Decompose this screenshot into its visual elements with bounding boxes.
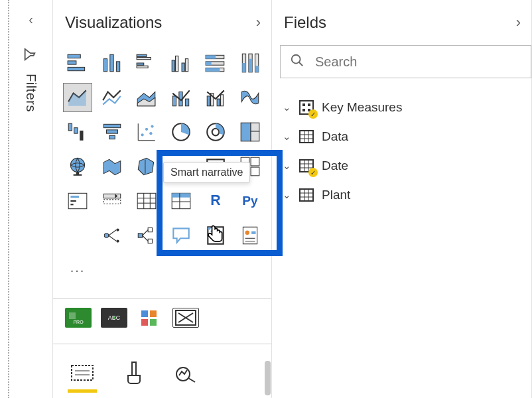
viz-combo2-icon[interactable] — [202, 84, 230, 111]
field-label: Key Measures — [322, 100, 402, 115]
svg-point-83 — [104, 233, 108, 237]
svg-rect-11 — [176, 56, 178, 71]
viz-python-icon[interactable]: Py — [236, 187, 264, 215]
crossed-visual-chip[interactable] — [172, 308, 199, 328]
viz-stacked-bar-h-icon[interactable] — [64, 49, 92, 77]
analytics-tab[interactable] — [171, 358, 200, 387]
field-key-measures[interactable]: ⌄ ✓ Key Measures — [280, 93, 525, 122]
viz-ribbon-icon[interactable] — [236, 84, 264, 111]
svg-rect-126 — [308, 103, 310, 106]
visualizations-title: Visualizations — [65, 13, 162, 32]
svg-rect-51 — [241, 123, 251, 141]
svg-rect-35 — [220, 95, 223, 106]
svg-point-99 — [245, 231, 249, 235]
viz-matrix-icon[interactable] — [167, 187, 195, 215]
fields-pane: Fields › ⌄ ✓ Key Measures ⌄ Data ⌄ ✓ Dat… — [272, 0, 532, 398]
selected-badge-icon: ✓ — [308, 168, 318, 177]
viz-qna-icon[interactable] — [167, 222, 195, 249]
viz-slicer-icon[interactable] — [98, 187, 126, 215]
svg-line-90 — [143, 235, 149, 241]
pro-visual-chip[interactable]: PRO — [65, 308, 92, 328]
filters-funnel-icon[interactable] — [23, 47, 40, 62]
viz-key-influencers-icon[interactable] — [98, 222, 126, 249]
svg-rect-72 — [137, 193, 156, 208]
svg-rect-17 — [206, 62, 212, 65]
viz-smart-narrative-icon[interactable] — [202, 222, 230, 249]
svg-rect-13 — [185, 59, 188, 72]
svg-rect-21 — [242, 63, 245, 72]
svg-rect-91 — [148, 228, 152, 232]
svg-rect-15 — [206, 55, 216, 58]
viz-area-icon[interactable] — [64, 84, 92, 111]
filters-collapse-chevron-icon[interactable]: ‹ — [29, 12, 33, 27]
viz-r-icon[interactable]: R — [202, 187, 230, 215]
viz-kpi-icon[interactable] — [64, 187, 92, 215]
filters-label[interactable]: Filters — [23, 74, 38, 112]
svg-rect-119 — [132, 362, 136, 375]
viz-paginated-icon[interactable] — [236, 222, 264, 249]
svg-line-89 — [143, 230, 149, 236]
svg-rect-31 — [185, 99, 188, 106]
viz-waterfall-icon[interactable] — [64, 118, 92, 146]
viz-combo1-icon[interactable] — [167, 84, 195, 111]
svg-rect-41 — [109, 135, 115, 139]
viz-map-globe-icon[interactable] — [64, 153, 92, 180]
svg-rect-5 — [116, 62, 119, 72]
viz-clustered-bar-v-icon[interactable] — [167, 49, 195, 77]
viz-scatter-icon[interactable] — [133, 118, 161, 146]
svg-point-97 — [208, 227, 210, 230]
viz-more-button[interactable]: ··· — [64, 256, 92, 284]
field-date[interactable]: ⌄ ✓ Date — [280, 151, 525, 180]
visualizations-pane: Visualizations › 123 — [53, 0, 272, 398]
chevron-down-icon: ⌄ — [283, 160, 291, 172]
svg-rect-0 — [68, 54, 80, 58]
abc-visual-chip[interactable]: ABC — [101, 308, 127, 328]
viz-treemap-icon[interactable] — [236, 118, 264, 146]
svg-rect-2 — [68, 67, 85, 70]
filters-rail: ‹ Filters — [9, 0, 53, 398]
viz-decomposition-icon[interactable] — [133, 222, 161, 249]
viz-line-icon[interactable] — [98, 84, 126, 111]
svg-rect-129 — [300, 131, 313, 143]
fields-title: Fields — [284, 13, 326, 32]
table-icon — [298, 186, 315, 204]
scrollbar-thumb[interactable] — [265, 361, 271, 395]
viz-shape-map-icon[interactable] — [133, 153, 161, 180]
viz-stacked100-h-icon[interactable] — [202, 49, 230, 77]
fields-tab[interactable] — [68, 358, 97, 387]
field-data[interactable]: ⌄ Data — [280, 122, 525, 151]
viz-stacked100-v-icon[interactable] — [236, 49, 264, 77]
fields-search[interactable] — [280, 45, 531, 78]
viz-funnel-icon[interactable] — [98, 118, 126, 146]
viz-stacked-area-icon[interactable] — [133, 84, 161, 111]
svg-point-46 — [149, 132, 152, 135]
fields-collapse-chevron-icon[interactable]: › — [516, 14, 521, 31]
viz-clustered-bar-h-icon[interactable] — [133, 49, 161, 77]
search-input[interactable] — [314, 54, 521, 70]
format-tab[interactable] — [119, 358, 149, 387]
field-plant[interactable]: ⌄ Plant — [280, 180, 525, 210]
svg-point-122 — [292, 55, 300, 64]
viz-pie-icon[interactable] — [167, 118, 195, 146]
chevron-down-icon: ⌄ — [283, 131, 291, 143]
table-icon: ✓ — [298, 157, 315, 174]
viz-donut-icon[interactable] — [202, 118, 230, 146]
visualizations-collapse-chevron-icon[interactable]: › — [256, 14, 261, 31]
svg-rect-127 — [302, 109, 305, 111]
svg-rect-139 — [300, 189, 313, 201]
svg-text:R: R — [210, 192, 220, 208]
svg-rect-104 — [69, 312, 76, 319]
chevron-down-icon: ⌄ — [283, 189, 291, 201]
chevron-down-icon: ⌄ — [283, 101, 291, 113]
divider-2 — [53, 344, 271, 349]
squares-visual-chip[interactable] — [137, 308, 163, 328]
viz-table-icon[interactable] — [133, 187, 161, 215]
viz-stacked-bar-v-icon[interactable] — [98, 49, 126, 77]
svg-rect-78 — [172, 193, 190, 197]
viz-filled-map-icon[interactable] — [98, 153, 126, 180]
svg-rect-109 — [141, 310, 148, 317]
field-label: Data — [322, 129, 348, 144]
svg-rect-39 — [103, 124, 121, 127]
svg-rect-1 — [68, 61, 76, 64]
svg-line-85 — [109, 235, 117, 241]
